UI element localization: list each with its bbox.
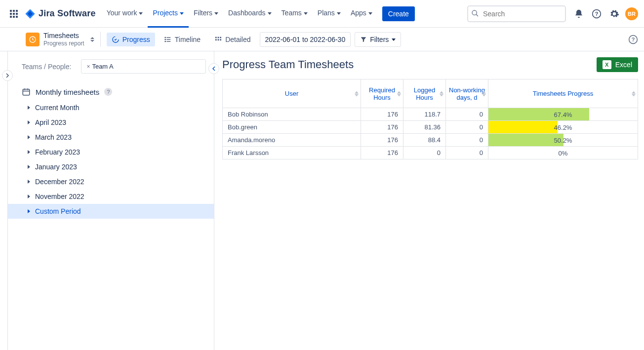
monthly-title: Monthly timesheets [36, 88, 99, 96]
cell-nonworking: 0 [446, 108, 488, 121]
progress-label: 50.2% [554, 136, 572, 144]
chevron-down-icon [304, 12, 308, 15]
chevron-down-icon [139, 12, 143, 15]
tree-item-label: April 2023 [35, 118, 66, 126]
app-switcher[interactable] [6, 6, 22, 22]
tree-item[interactable]: February 2023 [8, 145, 214, 159]
table-body: Bob Robinson176118.7067.4%Bob.green17681… [223, 108, 638, 159]
cell-required: 176 [361, 134, 403, 147]
view-detailed[interactable]: Detailed [209, 33, 255, 46]
date-range-picker[interactable]: 2022-06-01 to 2022-06-30 [260, 32, 351, 47]
table-row[interactable]: Bob Robinson176118.7067.4% [223, 108, 638, 121]
tree-item[interactable]: January 2023 [8, 159, 214, 174]
svg-text:?: ? [632, 37, 635, 42]
view-timeline[interactable]: Timeline [159, 33, 205, 46]
help-button[interactable]: ? [589, 6, 604, 22]
cell-nonworking: 0 [446, 121, 488, 134]
nav-item-label: Dashboards [228, 9, 266, 17]
col-logged[interactable]: Logged Hours [403, 79, 446, 108]
product-logo[interactable]: Jira Software [25, 8, 96, 19]
tree-item-label: November 2022 [35, 193, 84, 200]
rail-expand-button[interactable] [2, 70, 13, 81]
search-input[interactable] [467, 5, 566, 22]
chevron-down-icon [368, 12, 372, 15]
monthly-timesheets-header: Monthly timesheets ? [8, 81, 214, 100]
nav-item-your-work[interactable]: Your work [102, 0, 148, 28]
tree-item[interactable]: March 2023 [8, 130, 214, 145]
context-help-button[interactable]: ? [628, 35, 638, 44]
cell-logged: 81.36 [403, 121, 446, 134]
content: Progress Team Timesheets X Excel User Re… [214, 51, 644, 350]
secondary-bar: Timesheets Progress report Progress Time… [0, 28, 644, 51]
timesheets-table: User Required Hours Logged Hours Non-wor… [222, 79, 638, 159]
apps-icon [10, 10, 18, 18]
tree-item[interactable]: December 2022 [8, 174, 214, 189]
excel-label: Excel [615, 61, 632, 69]
remove-chip-icon[interactable]: × [86, 63, 90, 70]
export-excel-button[interactable]: X Excel [597, 57, 638, 72]
col-user[interactable]: User [223, 79, 361, 108]
filters-button[interactable]: Filters [355, 32, 401, 47]
cell-progress: 50.2% [488, 134, 638, 147]
team-chip: × Team A [83, 62, 116, 71]
clock-icon [29, 36, 37, 43]
col-required[interactable]: Required Hours [361, 79, 403, 108]
tree-item[interactable]: November 2022 [8, 189, 214, 204]
jira-icon [25, 8, 36, 19]
cell-user: Amanda.moreno [223, 134, 361, 147]
svg-point-0 [472, 10, 477, 15]
cell-required: 176 [361, 121, 403, 134]
excel-icon: X [603, 60, 611, 69]
cell-nonworking: 0 [446, 147, 488, 159]
progress-bar [488, 121, 558, 133]
info-icon[interactable]: ? [104, 88, 112, 96]
nav-item-projects[interactable]: Projects [148, 0, 189, 28]
team-chip-label: Team A [92, 63, 113, 70]
settings-button[interactable] [606, 6, 622, 22]
tree-item[interactable]: Current Month [8, 100, 214, 115]
sidebar-collapse-button[interactable] [208, 63, 219, 74]
cell-required: 176 [361, 147, 403, 159]
progress-label: 46.2% [554, 123, 572, 131]
notifications-button[interactable] [571, 6, 587, 22]
project-switcher[interactable]: Timesheets Progress report [26, 32, 101, 47]
teams-input[interactable]: × Team A [81, 59, 206, 74]
tree-item[interactable]: Custom Period [8, 204, 214, 219]
table-row[interactable]: Bob.green17681.36046.2% [223, 121, 638, 134]
chevron-left-icon [211, 66, 216, 71]
table-row[interactable]: Frank Larsson176000% [223, 147, 638, 159]
content-header: Progress Team Timesheets X Excel [222, 57, 638, 72]
tree-item-label: Current Month [35, 104, 79, 112]
caret-icon [28, 120, 30, 124]
timesheet-tree: Current MonthApril 2023March 2023Februar… [8, 100, 214, 219]
cell-logged: 0 [403, 147, 446, 159]
caret-icon [28, 180, 30, 184]
svg-point-9 [165, 37, 165, 38]
svg-rect-17 [220, 39, 221, 40]
col-progress[interactable]: Timesheets Progress [488, 79, 638, 108]
cell-user: Frank Larsson [223, 147, 361, 159]
svg-line-1 [476, 14, 478, 16]
nav-item-dashboards[interactable]: Dashboards [223, 0, 277, 28]
cell-user: Bob.green [223, 121, 361, 134]
progress-label: 67.4% [554, 111, 572, 118]
nav-item-teams[interactable]: Teams [277, 0, 313, 28]
create-button[interactable]: Create [382, 6, 415, 21]
nav-item-plans[interactable]: Plans [313, 0, 346, 28]
view-progress[interactable]: Progress [107, 33, 155, 46]
table-row[interactable]: Amanda.moreno17688.4050.2% [223, 134, 638, 147]
user-avatar[interactable]: BR [625, 7, 638, 20]
cell-logged: 118.7 [403, 108, 446, 121]
nav-item-apps[interactable]: Apps [346, 0, 377, 28]
tree-item[interactable]: April 2023 [8, 115, 214, 130]
search-wrap [467, 5, 566, 22]
sidebar: Teams / People: × Team A Monthly timeshe… [8, 51, 214, 350]
nav-item-label: Apps [351, 9, 366, 17]
nav-item-label: Your work [107, 9, 137, 17]
progress-bar [488, 108, 589, 120]
svg-text:?: ? [595, 11, 599, 17]
progress-icon [112, 36, 120, 43]
caret-icon [28, 209, 30, 213]
nav-item-filters[interactable]: Filters [189, 0, 223, 28]
col-nonworking[interactable]: Non-working days, d [446, 79, 488, 108]
